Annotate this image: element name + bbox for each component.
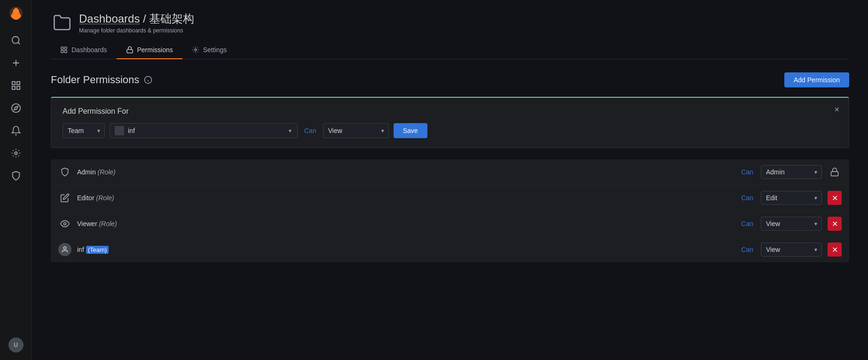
svg-rect-12 (64, 50, 67, 53)
view-select-wrapper: View Edit Admin ▼ (323, 123, 389, 138)
permission-name: Editor (Role) (77, 194, 735, 202)
edit-icon (58, 191, 71, 204)
team-avatar (58, 243, 71, 256)
role-label: (Role) (98, 168, 116, 176)
sidebar-item-alerting[interactable] (6, 120, 26, 141)
tab-dashboards[interactable]: Dashboards (51, 41, 117, 59)
role-label: (Role) (99, 220, 117, 227)
main-content: Dashboards / 基础架构 Manage folder dashboar… (32, 0, 868, 360)
eye-icon (58, 217, 71, 230)
sidebar-item-explore[interactable] (6, 98, 26, 118)
close-card-button[interactable]: × (831, 104, 842, 115)
add-permission-row: Team User Role ▼ ▼ Can Vie (63, 123, 837, 138)
permission-select-wrapper: View Edit Admin ▼ (761, 217, 822, 231)
folder-permissions-title: Folder Permissions (51, 74, 152, 86)
table-row: Admin (Role) Can Admin Edit View ▼ (51, 159, 849, 185)
sidebar-item-add[interactable] (6, 53, 26, 73)
admin-permission-select[interactable]: Admin Edit View (761, 165, 822, 179)
tabs: Dashboards Permissions Settings (51, 41, 849, 59)
dashboards-link[interactable]: Dashboards (79, 12, 140, 25)
lock-icon (828, 165, 842, 179)
delete-inf-team-button[interactable]: ✕ (828, 243, 842, 257)
can-label: Can (741, 168, 753, 176)
team-input-chevron-icon: ▼ (288, 128, 292, 133)
role-label: (Role) (96, 194, 114, 202)
svg-rect-10 (64, 47, 67, 49)
tab-permissions[interactable]: Permissions (117, 41, 182, 59)
save-button[interactable]: Save (394, 123, 427, 138)
svg-rect-5 (16, 86, 19, 89)
page-header: Dashboards / 基础架构 Manage folder dashboar… (32, 0, 868, 59)
sidebar-logo[interactable] (7, 4, 25, 23)
type-select-wrapper: Team User Role ▼ (63, 123, 105, 138)
team-input-icon (115, 126, 124, 135)
svg-rect-9 (61, 47, 63, 49)
delete-editor-button[interactable]: ✕ (828, 191, 842, 205)
page-body: Folder Permissions Add Permission Add Pe… (32, 59, 868, 360)
permission-level-select[interactable]: View Edit Admin (323, 123, 389, 138)
folder-icon (51, 11, 73, 34)
sidebar-item-dashboards[interactable] (6, 75, 26, 96)
tab-settings[interactable]: Settings (182, 41, 237, 59)
table-row: Viewer (Role) Can View Edit Admin ▼ ✕ (51, 211, 849, 237)
permission-select-wrapper: View Edit Admin ▼ (761, 243, 822, 257)
page-title: Dashboards / 基础架构 (79, 11, 194, 26)
team-input-wrapper[interactable]: ▼ (110, 123, 298, 138)
breadcrumb-text: Dashboards / 基础架构 Manage folder dashboar… (79, 11, 194, 34)
permission-select-wrapper: Admin Edit View ▼ (761, 165, 822, 179)
can-label: Can (302, 127, 318, 134)
svg-rect-3 (16, 82, 19, 85)
svg-rect-11 (61, 50, 63, 53)
tab-settings-label: Settings (203, 46, 227, 54)
can-label: Can (741, 194, 753, 202)
svg-point-8 (15, 152, 17, 155)
breadcrumb: Dashboards / 基础架构 Manage folder dashboar… (51, 11, 849, 34)
can-label: Can (741, 220, 753, 227)
breadcrumb-separator: / (143, 12, 149, 25)
info-icon[interactable] (144, 76, 152, 84)
viewer-permission-select[interactable]: View Edit Admin (761, 217, 822, 231)
tab-dashboards-label: Dashboards (71, 46, 107, 54)
team-input[interactable] (128, 127, 284, 134)
add-permission-card-title: Add Permission For (63, 107, 837, 116)
add-permission-card: Add Permission For × Team User Role ▼ ▼ (51, 97, 849, 148)
table-row: Editor (Role) Can Edit Admin View ▼ ✕ (51, 185, 849, 211)
delete-viewer-button[interactable]: ✕ (828, 217, 842, 231)
folder-permissions-title-text: Folder Permissions (51, 74, 139, 86)
svg-point-19 (64, 223, 66, 225)
sidebar-nav (6, 30, 26, 337)
permissions-table: Admin (Role) Can Admin Edit View ▼ (51, 159, 849, 262)
svg-rect-18 (831, 172, 838, 176)
inf-team-permission-select[interactable]: View Edit Admin (761, 243, 822, 257)
sidebar: U (0, 0, 32, 360)
table-row: inf (Team) Can View Edit Admin ▼ ✕ (51, 237, 849, 262)
svg-rect-13 (127, 49, 133, 53)
type-select[interactable]: Team User Role (63, 123, 105, 138)
team-highlight-label: (Team) (86, 246, 109, 254)
svg-point-14 (195, 49, 197, 51)
editor-permission-select[interactable]: Edit Admin View (761, 191, 822, 205)
permission-name: Viewer (Role) (77, 220, 735, 227)
sidebar-item-shield[interactable] (6, 165, 26, 186)
folder-permissions-header: Folder Permissions Add Permission (51, 72, 849, 87)
can-label: Can (741, 246, 753, 253)
page-subtitle: Manage folder dashboards & permissions (79, 27, 194, 34)
sidebar-item-settings[interactable] (6, 143, 26, 164)
add-permission-button[interactable]: Add Permission (784, 72, 849, 87)
svg-point-20 (63, 247, 66, 249)
shield-icon (58, 165, 71, 179)
permission-name: inf (Team) (77, 246, 735, 253)
sidebar-bottom: U (8, 337, 24, 356)
svg-marker-7 (14, 106, 18, 110)
svg-point-6 (11, 104, 20, 112)
user-avatar[interactable]: U (8, 337, 24, 352)
permission-name: Admin (Role) (77, 168, 735, 176)
svg-point-1 (12, 37, 19, 44)
tab-permissions-label: Permissions (137, 46, 173, 54)
svg-rect-2 (12, 82, 15, 85)
permission-select-wrapper: Edit Admin View ▼ (761, 191, 822, 205)
sidebar-item-search[interactable] (6, 30, 26, 51)
svg-rect-4 (12, 86, 15, 89)
folder-name: 基础架构 (149, 12, 194, 25)
